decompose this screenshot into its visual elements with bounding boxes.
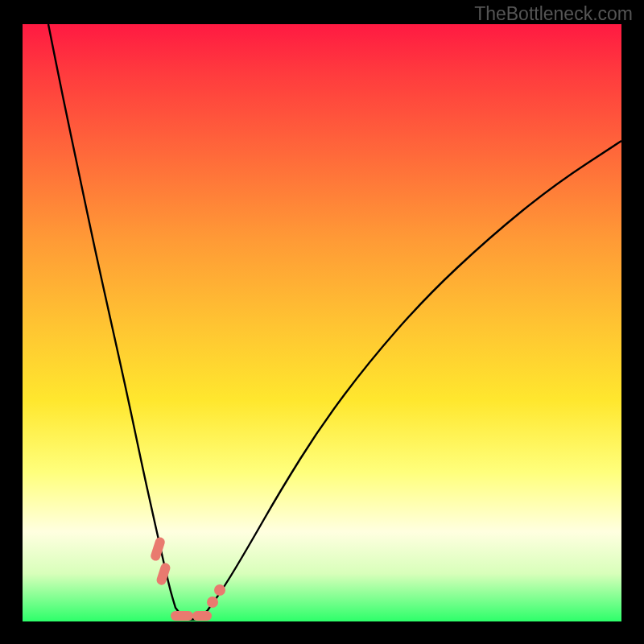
curve-marker bbox=[192, 611, 212, 621]
plot-area bbox=[23, 24, 621, 621]
curve-marker bbox=[207, 597, 218, 608]
v-curve bbox=[48, 24, 621, 620]
watermark-text: TheBottleneck.com bbox=[474, 3, 633, 25]
curve-marker bbox=[171, 611, 193, 621]
curve-svg bbox=[23, 24, 621, 621]
chart-frame: TheBottleneck.com bbox=[0, 0, 644, 644]
curve-marker bbox=[214, 584, 225, 596]
